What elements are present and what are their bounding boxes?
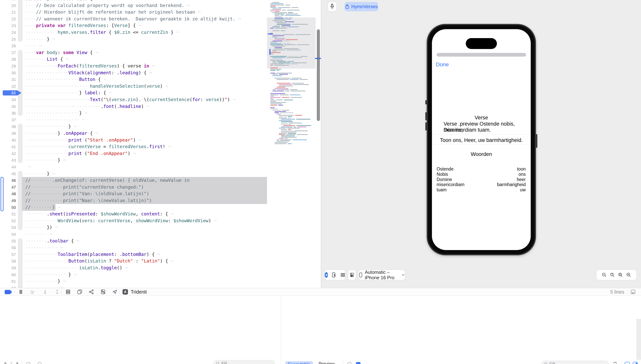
console-filter-input[interactable]: Filt <box>542 361 609 364</box>
line-number[interactable]: 23 <box>0 22 16 29</box>
console-scope-executable[interactable]: Executable <box>285 361 313 364</box>
line-number[interactable]: 59 <box>0 264 16 271</box>
code-line-24[interactable]: 24············hymn.verses.filter·{·$0.zi… <box>0 29 267 36</box>
code-line-61[interactable]: 61············} ¬ <box>0 278 267 285</box>
breakpoint-marker[interactable]: 33 <box>3 90 22 96</box>
code-line-34[interactable]: 34························Text("\(verse.… <box>0 96 267 103</box>
line-number[interactable]: 26 <box>0 42 16 49</box>
code-line-52[interactable]: 52············WordView(vers:·currentVers… <box>0 218 267 224</box>
code-line-60[interactable]: 60················} ¬ <box>0 271 267 278</box>
code-line-27[interactable]: 27····var·body:·some·View·{ ¬ <box>0 49 267 56</box>
line-number[interactable]: 62 <box>0 285 16 288</box>
line-number[interactable]: 36 <box>0 110 16 116</box>
line-number[interactable]: 30 <box>0 70 16 76</box>
pause-execution-button[interactable] <box>18 288 23 296</box>
code-line-56[interactable]: 56············ ¬ <box>0 244 267 251</box>
line-number[interactable]: 34 <box>0 96 16 103</box>
zoom-in-button[interactable] <box>626 272 632 278</box>
line-number[interactable]: 20 <box>0 2 16 9</box>
selectable-mode-button[interactable] <box>332 272 337 278</box>
line-number[interactable]: 58 <box>0 258 16 264</box>
code-line-43[interactable]: 43············} ¬ <box>0 157 267 164</box>
console-settings-icon[interactable] <box>347 362 352 364</box>
line-number[interactable]: 61 <box>0 278 16 285</box>
debug-view-hierarchy-button[interactable] <box>77 288 82 296</box>
preview-tab-hymnverses[interactable]: HymnVerses <box>344 2 378 11</box>
code-line-49[interactable]: 49//············print("Naar:·\(newValue.… <box>0 197 267 204</box>
line-number[interactable]: 29 <box>0 62 16 70</box>
code-line-31[interactable]: 31····················Button·{ ¬ <box>0 76 267 83</box>
variables-filter-input[interactable]: Filt <box>213 360 275 364</box>
line-number[interactable]: 40 <box>0 137 16 144</box>
line-number[interactable]: 55 <box>0 238 16 244</box>
code-line-38[interactable]: 38················} ¬ <box>0 123 267 130</box>
zoom-out-button[interactable] <box>602 272 607 278</box>
line-number[interactable]: 27 <box>0 49 16 56</box>
toggle-bottom-panel-button[interactable] <box>625 362 630 364</box>
line-number[interactable]: 38 <box>0 123 16 130</box>
line-number[interactable]: 19 <box>0 0 16 2</box>
console-scrollbar[interactable] <box>636 319 641 360</box>
code-line-19[interactable]: 19struct·HymnVerses:·View·{ ¬ <box>0 0 267 2</box>
code-line-53[interactable]: 53········}) ¬ <box>0 224 267 231</box>
editor-scrollbar[interactable] <box>317 29 320 121</box>
line-number[interactable]: 51 <box>0 210 16 218</box>
code-line-39[interactable]: 39············}·.onAppear·{ ¬ <box>0 130 267 137</box>
device-settings-button[interactable] <box>348 270 356 280</box>
console-scope-preview[interactable]: Preview <box>318 361 334 364</box>
code-line-46[interactable]: 46//········.onChange(of:·currentVerse)·… <box>0 177 267 184</box>
line-number[interactable]: 53 <box>0 224 16 231</box>
variants-mode-button[interactable] <box>340 272 346 278</box>
line-number[interactable]: 35 <box>0 103 16 110</box>
filter-icon-button[interactable] <box>26 362 30 364</box>
code-line-29[interactable]: 29············ForEach(filteredVerses)·{·… <box>0 62 267 70</box>
code-line-22[interactable]: 22····//·wanneer·ik·currentVerse·bereken… <box>0 16 267 22</box>
line-number[interactable]: 39 <box>0 130 16 137</box>
console-panel-toggle[interactable] <box>630 289 636 294</box>
line-number[interactable]: 56 <box>0 244 16 251</box>
code-line-44[interactable]: 44 ¬ <box>0 164 267 170</box>
code-line-28[interactable]: 28········List·{ ¬ <box>0 56 267 62</box>
code-line-35[interactable]: 35····························.font(.hea… <box>0 103 267 110</box>
variables-view-scope-control[interactable]: A ⇣ A <box>4 361 22 364</box>
code-line-57[interactable]: 57············ToolbarItem(placement:·.bo… <box>0 251 267 258</box>
code-line-26[interactable]: 26···· ¬ <box>0 42 267 49</box>
code-line-45[interactable]: 45········} ¬ <box>0 170 267 177</box>
memory-graph-button[interactable] <box>89 288 94 296</box>
line-number[interactable]: 32 <box>0 83 16 90</box>
toggle-right-panel-button[interactable] <box>633 362 638 364</box>
line-number[interactable]: 22 <box>0 16 16 22</box>
line-number[interactable]: 37 <box>0 116 16 123</box>
line-number[interactable]: 60 <box>0 271 16 278</box>
code-line-20[interactable]: 20····//·Deze·calculated·property·wordt·… <box>0 2 267 9</box>
code-line-50[interactable]: 50//········} ¬ <box>0 204 267 211</box>
console-mode-icon[interactable] <box>356 362 360 364</box>
pin-preview-button[interactable] <box>328 2 336 11</box>
change-indicator-bar[interactable] <box>0 177 4 211</box>
clear-console-button[interactable] <box>612 361 618 364</box>
zoom-actual-size-button[interactable] <box>610 272 615 278</box>
info-icon-button[interactable] <box>38 362 42 364</box>
line-number[interactable]: 54 <box>0 231 16 238</box>
line-number[interactable]: 24 <box>0 29 16 36</box>
running-app-name[interactable]: Tridenti <box>131 288 147 296</box>
line-number[interactable]: 41 <box>0 143 16 150</box>
line-number[interactable]: 42 <box>0 150 16 157</box>
code-line-40[interactable]: 40················print·("Start·.onAppea… <box>0 137 267 144</box>
line-number[interactable]: 21 <box>0 9 16 16</box>
line-number[interactable]: 25 <box>0 36 16 42</box>
code-line-23[interactable]: 23····private·var·filteredVerses:·[Verse… <box>0 22 267 29</box>
code-editor[interactable]: 19struct·HymnVerses:·View·{ ¬20····//·De… <box>0 0 267 288</box>
code-line-41[interactable]: 41················currentVerse·=·filtere… <box>0 143 267 150</box>
step-into-button[interactable] <box>42 288 48 296</box>
code-line-42[interactable]: 42················print·("End·.onAppear"… <box>0 150 267 157</box>
translation-row[interactable]: Toon ons, Heer, uw barmhartigheid. <box>432 137 531 143</box>
breakpoints-toggle-button[interactable] <box>5 290 12 294</box>
code-line-36[interactable]: 36····················} ¬ <box>0 110 267 116</box>
line-number[interactable]: 52 <box>0 218 16 224</box>
code-line-25[interactable]: 25········} ¬ <box>0 36 267 42</box>
simulate-location-button[interactable] <box>112 288 118 296</box>
code-line-55[interactable]: 55········.toolbar·{ ¬ <box>0 238 267 244</box>
code-line-37[interactable]: 37···················· ¬ <box>0 116 267 123</box>
live-preview-button[interactable] <box>325 272 328 278</box>
